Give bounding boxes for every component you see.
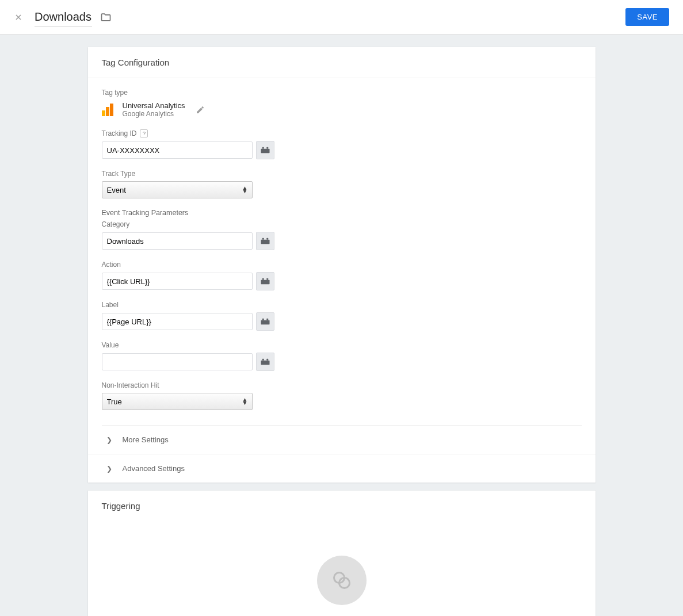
save-button[interactable]: SAVE — [625, 8, 669, 26]
edit-tag-type-button[interactable] — [196, 105, 205, 114]
lego-icon — [260, 277, 270, 285]
action-input[interactable] — [102, 273, 253, 290]
triggering-card: Triggering — [88, 491, 596, 616]
add-trigger-button[interactable] — [317, 556, 367, 605]
help-icon[interactable]: ? — [140, 129, 148, 137]
analytics-icon — [102, 104, 115, 116]
trigger-icon — [331, 570, 352, 591]
category-variable-button[interactable] — [256, 232, 274, 250]
advanced-settings-label: Advanced Settings — [123, 464, 185, 473]
chevron-right-icon: ❯ — [106, 436, 112, 444]
svg-rect-4 — [262, 238, 264, 240]
category-input[interactable] — [102, 232, 253, 250]
tracking-id-input[interactable] — [102, 141, 253, 159]
more-settings-label: More Settings — [123, 435, 169, 444]
tag-type-row: Universal Analytics Google Analytics — [102, 101, 582, 118]
tag-type-name: Universal Analytics — [123, 101, 185, 110]
folder-icon — [100, 12, 112, 23]
lego-icon — [260, 146, 270, 154]
tracking-id-variable-button[interactable] — [256, 141, 274, 159]
svg-rect-2 — [266, 147, 268, 149]
svg-rect-8 — [266, 278, 268, 280]
header-bar: SAVE — [0, 0, 683, 35]
svg-rect-5 — [266, 238, 268, 240]
svg-rect-9 — [261, 320, 269, 325]
svg-rect-10 — [262, 319, 264, 320]
lego-icon — [260, 237, 270, 245]
action-label: Action — [102, 261, 582, 269]
svg-rect-0 — [261, 149, 269, 154]
triggering-title: Triggering — [88, 491, 596, 521]
svg-rect-14 — [266, 359, 268, 361]
tag-name-input[interactable] — [35, 8, 92, 26]
svg-rect-3 — [261, 240, 269, 244]
pencil-icon — [196, 105, 205, 114]
value-input[interactable] — [102, 353, 253, 370]
event-params-label: Event Tracking Parameters — [102, 209, 582, 217]
lego-icon — [260, 358, 270, 366]
svg-rect-6 — [261, 280, 269, 285]
track-type-label: Track Type — [102, 170, 582, 178]
value-variable-button[interactable] — [256, 353, 274, 371]
label-label: Label — [102, 301, 582, 309]
svg-rect-1 — [262, 147, 264, 149]
svg-rect-11 — [266, 319, 268, 320]
main-content: Tag Configuration Tag type Universal Ana… — [0, 35, 683, 616]
tag-config-title: Tag Configuration — [88, 47, 596, 78]
action-variable-button[interactable] — [256, 272, 274, 290]
svg-rect-13 — [262, 359, 264, 361]
more-settings-toggle[interactable]: ❯ More Settings — [102, 425, 582, 454]
noninteraction-select[interactable]: True — [102, 393, 253, 410]
svg-rect-12 — [261, 361, 269, 365]
track-type-select[interactable]: Event — [102, 181, 253, 198]
close-icon — [14, 13, 23, 22]
label-input[interactable] — [102, 313, 253, 330]
tag-type-label: Tag type — [102, 89, 582, 97]
value-label: Value — [102, 341, 582, 349]
advanced-settings-toggle[interactable]: ❯ Advanced Settings — [88, 454, 596, 483]
chevron-right-icon: ❯ — [106, 465, 112, 473]
folder-button[interactable] — [100, 12, 112, 23]
tag-type-subtitle: Google Analytics — [123, 110, 185, 118]
svg-rect-7 — [262, 278, 264, 280]
label-variable-button[interactable] — [256, 312, 274, 331]
noninteraction-label: Non-Interaction Hit — [102, 381, 582, 389]
lego-icon — [260, 317, 270, 326]
category-label: Category — [102, 220, 582, 228]
tracking-id-label: Tracking ID ? — [102, 129, 582, 137]
close-button[interactable] — [14, 13, 23, 22]
tag-config-card: Tag Configuration Tag type Universal Ana… — [88, 47, 596, 483]
